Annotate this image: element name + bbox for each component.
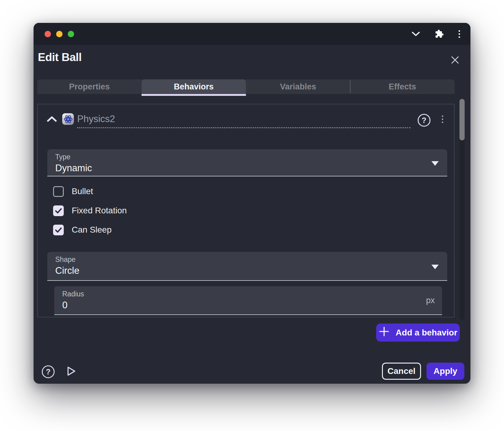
minimize-window-button[interactable] bbox=[56, 31, 63, 37]
add-behavior-button[interactable]: Add a behavior bbox=[376, 324, 460, 342]
tab-label: Effects bbox=[389, 82, 416, 92]
type-dropdown[interactable]: Type Dynamic bbox=[47, 149, 447, 176]
scrollbar-thumb[interactable] bbox=[459, 99, 465, 140]
traffic-lights bbox=[45, 31, 74, 37]
add-behavior-label: Add a behavior bbox=[396, 328, 457, 338]
behavior-name-field[interactable]: Physics2 bbox=[77, 114, 410, 128]
tab-behaviors[interactable]: Behaviors bbox=[142, 79, 246, 94]
plus-icon bbox=[379, 326, 390, 339]
close-dialog-button[interactable] bbox=[449, 55, 461, 66]
checkbox-fixed-rotation[interactable]: Fixed Rotation bbox=[53, 205, 127, 217]
dialog-title: Edit Ball bbox=[38, 51, 82, 64]
close-icon bbox=[450, 55, 460, 66]
type-value: Dynamic bbox=[55, 163, 447, 174]
dropdown-caret-icon bbox=[431, 161, 439, 166]
scrollbar-track[interactable] bbox=[459, 99, 465, 320]
tab-label: Properties bbox=[69, 82, 110, 92]
radius-value: 0 bbox=[62, 300, 442, 311]
edit-ball-dialog-window: Edit Ball Properties Behaviors Variables… bbox=[34, 23, 470, 384]
physics-atom-icon bbox=[62, 113, 74, 125]
tab-effects[interactable]: Effects bbox=[350, 79, 455, 94]
checkbox-label: Fixed Rotation bbox=[72, 206, 127, 215]
checkbox-icon bbox=[53, 205, 64, 216]
checkbox-bullet[interactable]: Bullet bbox=[53, 185, 93, 197]
question-icon: ? bbox=[422, 116, 426, 125]
shape-label: Shape bbox=[55, 255, 447, 264]
zoom-window-button[interactable] bbox=[68, 31, 74, 37]
help-button[interactable]: ? bbox=[42, 365, 55, 378]
chevron-up-icon bbox=[46, 115, 57, 124]
behaviors-panel: Physics2 ? Type Dynamic Bullet Fixed bbox=[37, 104, 455, 317]
question-icon: ? bbox=[46, 368, 50, 376]
tab-properties[interactable]: Properties bbox=[37, 79, 142, 94]
extensions-icon[interactable] bbox=[435, 29, 444, 38]
tab-bar: Properties Behaviors Variables Effects bbox=[37, 79, 455, 96]
behavior-menu-button[interactable] bbox=[442, 115, 443, 123]
preview-button[interactable] bbox=[64, 365, 77, 378]
radius-label: Radius bbox=[62, 290, 442, 298]
titlebar bbox=[34, 23, 470, 45]
titlebar-actions bbox=[412, 23, 460, 45]
radius-unit: px bbox=[426, 296, 435, 305]
checkbox-can-sleep[interactable]: Can Sleep bbox=[53, 224, 112, 236]
type-label: Type bbox=[55, 153, 447, 161]
apply-button[interactable]: Apply bbox=[427, 363, 464, 380]
behavior-help-button[interactable]: ? bbox=[418, 114, 430, 127]
cancel-label: Cancel bbox=[387, 366, 416, 376]
tab-label: Variables bbox=[280, 82, 316, 92]
cancel-button[interactable]: Cancel bbox=[382, 363, 421, 380]
checkbox-icon bbox=[53, 186, 64, 197]
apply-label: Apply bbox=[434, 366, 457, 376]
radius-input[interactable]: Radius 0 px bbox=[54, 286, 442, 315]
kebab-menu-icon[interactable] bbox=[459, 30, 460, 38]
checkbox-icon bbox=[53, 225, 64, 235]
shape-dropdown[interactable]: Shape Circle bbox=[47, 252, 447, 281]
dropdown-caret-icon bbox=[431, 265, 439, 269]
shape-value: Circle bbox=[55, 265, 447, 276]
checkbox-label: Bullet bbox=[72, 187, 93, 196]
chevron-down-icon[interactable] bbox=[412, 31, 420, 37]
checkbox-label: Can Sleep bbox=[72, 225, 112, 235]
close-window-button[interactable] bbox=[45, 31, 51, 37]
tab-variables[interactable]: Variables bbox=[246, 79, 350, 94]
page: Edit Ball Properties Behaviors Variables… bbox=[0, 0, 504, 431]
tab-label: Behaviors bbox=[174, 82, 214, 92]
collapse-behavior-button[interactable] bbox=[46, 115, 58, 125]
play-icon bbox=[64, 365, 77, 378]
